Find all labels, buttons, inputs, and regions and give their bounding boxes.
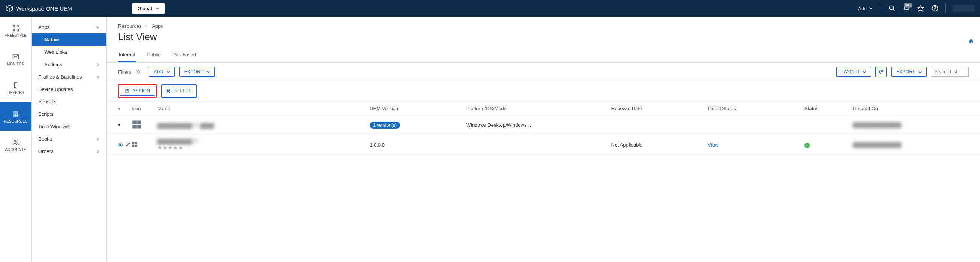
tabs: Internal Public Purchased <box>107 48 980 63</box>
apps-table: ▾ Icon Name UEM Version Platform/OS/Mode… <box>107 102 980 155</box>
col-install[interactable]: Install Status <box>708 106 804 111</box>
svg-rect-29 <box>137 125 142 128</box>
svg-rect-20 <box>13 115 14 116</box>
table-row[interactable]: ██████████ ★★★★★ 1.0.0.0 Not Applicable … <box>107 135 980 155</box>
tab-purchased[interactable]: Purchased <box>172 48 197 62</box>
assign-button[interactable]: ASSIGN <box>120 86 155 96</box>
chevron-down-icon <box>95 25 100 29</box>
divider <box>945 3 946 13</box>
tab-internal[interactable]: Internal <box>118 48 136 62</box>
svg-point-23 <box>14 140 16 142</box>
svg-rect-32 <box>132 145 134 147</box>
table-row[interactable]: ▾ ██████████ ████ 1 version(s) Windows D… <box>107 115 980 135</box>
svg-rect-22 <box>17 115 18 116</box>
export-button-2[interactable]: EXPORT <box>891 67 927 77</box>
search-icon[interactable] <box>885 2 899 15</box>
page-title: List View <box>107 29 980 48</box>
scope-selector[interactable]: Global <box>132 3 165 14</box>
sidebar-web-links[interactable]: Web Links <box>32 46 107 58</box>
sidebar-apps[interactable]: Apps <box>32 21 107 33</box>
crumb-apps[interactable]: Apps <box>152 23 163 29</box>
home-icon[interactable] <box>968 38 974 45</box>
rail-resources[interactable]: RESOURCES <box>0 102 31 131</box>
top-header: Workspace ONE UEM Global Add 99+ <box>0 0 980 16</box>
breadcrumb: Resources Apps <box>107 23 980 29</box>
tab-public[interactable]: Public <box>146 48 161 62</box>
rail-accounts[interactable]: ACCOUNTS <box>0 131 31 159</box>
col-platform[interactable]: Platform/OS/Model <box>466 106 611 111</box>
svg-rect-10 <box>16 29 18 31</box>
chevron-right-icon <box>96 137 100 141</box>
renewal-text: Not Applicable <box>611 142 708 148</box>
add-menu[interactable]: Add <box>854 3 877 14</box>
refresh-button[interactable] <box>875 67 887 77</box>
col-renewal[interactable]: Renewal Date <box>611 106 708 111</box>
main-content: Resources Apps List View Internal Public… <box>107 16 980 262</box>
add-button[interactable]: ADD <box>148 67 175 77</box>
rail-monitor[interactable]: MONITOR <box>0 45 31 74</box>
sidebar-settings[interactable]: Settings <box>32 58 107 71</box>
export-button[interactable]: EXPORT <box>180 67 215 77</box>
rail-freestyle[interactable]: FREESTYLE <box>0 16 31 45</box>
version-pill: 1 version(s) <box>370 122 466 129</box>
windows-icon <box>132 141 138 148</box>
svg-line-3 <box>893 9 895 11</box>
chevron-right-icon <box>96 75 100 79</box>
svg-rect-31 <box>135 142 137 144</box>
install-link[interactable]: View <box>708 142 804 148</box>
filters-label: Filters <box>118 69 131 75</box>
sidebar-device-updates[interactable]: Device Updates <box>32 83 107 95</box>
svg-rect-14 <box>13 111 14 113</box>
product-name: Workspace ONE UEM <box>16 5 72 12</box>
svg-point-9 <box>13 29 15 31</box>
rail-devices[interactable]: DEVICES <box>0 74 31 102</box>
notifications-icon[interactable]: 99+ <box>899 2 913 15</box>
chevron-down-icon <box>207 70 210 74</box>
sidebar-time-windows[interactable]: Time Windows <box>32 120 107 133</box>
svg-point-7 <box>13 25 15 27</box>
expand-toggle[interactable]: ▾ <box>118 122 132 128</box>
chevron-right-icon <box>96 149 100 153</box>
header-actions: Add 99+ <box>854 2 974 15</box>
table-header: ▾ Icon Name UEM Version Platform/OS/Mode… <box>107 102 980 115</box>
help-icon[interactable] <box>928 2 942 15</box>
row-select[interactable] <box>118 142 132 148</box>
logo-icon <box>6 5 13 12</box>
col-created[interactable]: Created On <box>853 106 969 111</box>
sidebar-profiles[interactable]: Profiles & Baselines <box>32 71 107 83</box>
accounts-icon <box>12 139 19 146</box>
chevron-down-icon <box>167 70 170 74</box>
delete-button[interactable]: DELETE <box>161 84 196 98</box>
col-name[interactable]: Name <box>157 106 370 111</box>
assign-highlight: ASSIGN <box>118 84 157 98</box>
svg-rect-15 <box>15 111 16 113</box>
chevron-right-icon <box>96 63 100 67</box>
sidebar-native[interactable]: Native <box>32 33 107 46</box>
star-icon[interactable] <box>914 2 928 15</box>
col-status[interactable]: Status <box>804 106 853 111</box>
sort-indicator[interactable]: ▾ <box>118 106 132 111</box>
sidebar-scripts[interactable]: Scripts <box>32 108 107 120</box>
sidebar-sensors[interactable]: Sensors <box>32 95 107 108</box>
col-icon[interactable]: Icon <box>132 106 157 111</box>
app-name: ██████████ ★★★★★ <box>157 139 370 151</box>
sidebar-orders[interactable]: Orders <box>32 145 107 157</box>
user-menu[interactable] <box>953 5 974 12</box>
toolbar: Filters ADD EXPORT LAYOUT EXPORT <box>107 63 980 81</box>
layout-button[interactable]: LAYOUT <box>836 67 871 77</box>
filters-toggle[interactable] <box>136 69 141 75</box>
status-badge: ✓ <box>804 142 853 148</box>
product-brand: Workspace ONE UEM <box>6 5 72 12</box>
close-icon <box>166 89 170 93</box>
crumb-resources[interactable]: Resources <box>118 23 142 29</box>
svg-rect-33 <box>135 145 137 147</box>
sidebar-books[interactable]: Books <box>32 133 107 145</box>
assign-icon <box>125 89 129 93</box>
edit-icon[interactable] <box>126 142 130 148</box>
radio-checked[interactable] <box>118 143 123 148</box>
svg-point-6 <box>935 10 935 10</box>
search-input[interactable] <box>931 67 969 77</box>
sidebar: Apps Native Web Links Settings Profiles … <box>32 16 107 262</box>
created-text: ██████████████ <box>853 122 969 128</box>
col-uem-version[interactable]: UEM Version <box>370 106 466 111</box>
